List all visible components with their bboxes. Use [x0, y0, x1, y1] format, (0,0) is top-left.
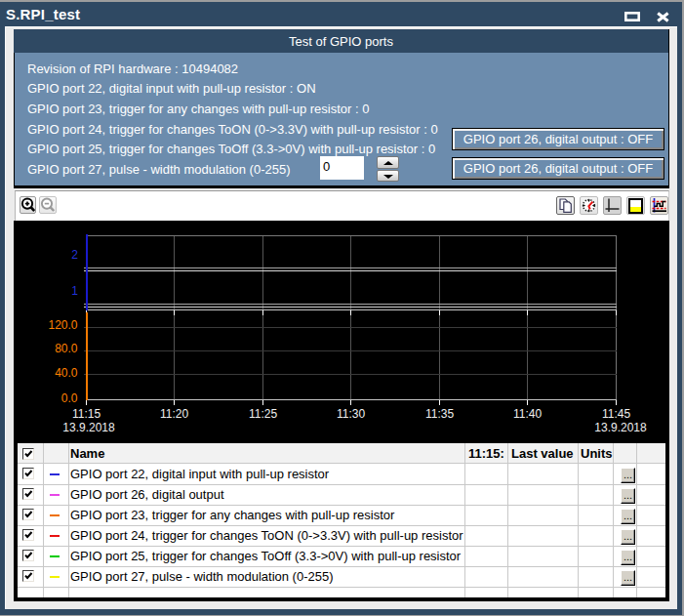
svg-text:11:45: 11:45	[602, 407, 630, 421]
svg-text:2: 2	[71, 248, 78, 262]
svg-text:13.9.2018: 13.9.2018	[594, 421, 647, 434]
svg-text:11:30: 11:30	[337, 407, 365, 421]
svg-text:0.0: 0.0	[61, 391, 78, 405]
svg-text:1: 1	[71, 284, 78, 298]
svg-text:11:15: 11:15	[72, 407, 101, 421]
svg-text:13.9.2018: 13.9.2018	[62, 421, 115, 434]
svg-text:40.0: 40.0	[55, 366, 78, 380]
svg-text:11:25: 11:25	[249, 407, 277, 421]
svg-text:120.0: 120.0	[48, 318, 77, 332]
svg-text:11:20: 11:20	[160, 407, 188, 421]
svg-text:11:40: 11:40	[513, 407, 542, 421]
svg-text:80.0: 80.0	[55, 342, 78, 355]
svg-text:11:35: 11:35	[425, 407, 454, 421]
